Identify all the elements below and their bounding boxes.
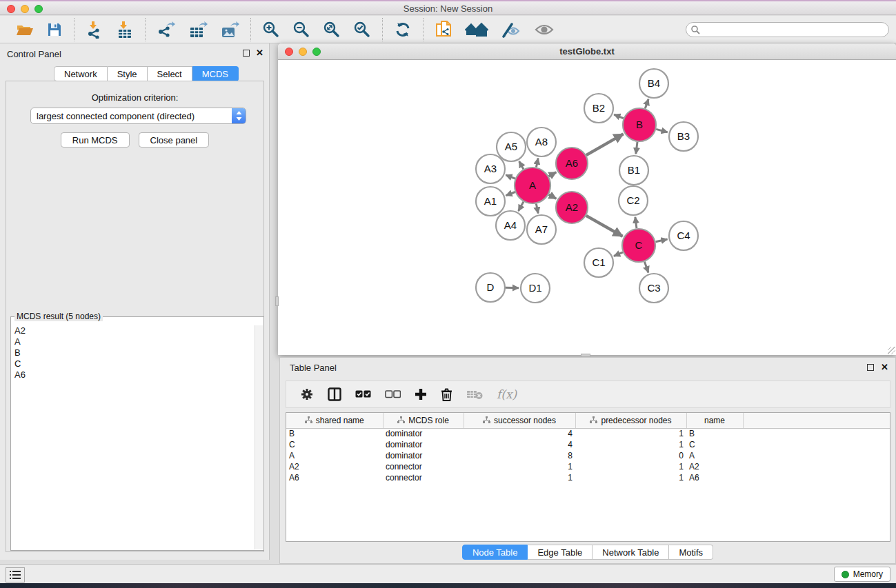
network-graph[interactable]: AA1A2A3A4A5A6A7A8BB1B2B3B4CC1C2C3C4DD1 [279,60,895,354]
graph-node-C1[interactable]: C1 [584,248,613,277]
import-table-button[interactable] [110,19,140,41]
tab-network-table[interactable]: Network Table [593,545,669,560]
show-all-button[interactable] [528,19,561,41]
run-mcds-button[interactable]: Run MCDS [61,132,130,148]
column-header-successor-nodes[interactable]: successor nodes [464,413,575,428]
edge-A-A5[interactable] [519,161,524,169]
export-image-button[interactable] [214,19,246,41]
resize-grip-icon[interactable] [888,347,895,354]
graph-node-B1[interactable]: B1 [619,156,648,185]
edge-A-A8[interactable] [536,159,538,168]
graph-node-B[interactable]: B [623,108,656,141]
edge-C-C1[interactable] [614,252,623,256]
mcds-result-item[interactable]: A2 [14,325,254,336]
tab-style[interactable]: Style [108,66,148,81]
graph-node-A8[interactable]: A8 [527,128,556,156]
first-neighbors-button[interactable] [459,19,495,41]
edge-A-A4[interactable] [519,202,524,211]
tab-motifs[interactable]: Motifs [669,545,713,560]
optimization-criterion-select[interactable]: largest connected component (directed) [30,108,246,124]
show-column-button[interactable] [321,383,348,405]
graph-node-B4[interactable]: B4 [639,69,668,98]
edge-A-A1[interactable] [506,192,515,196]
table-row[interactable]: A2connector11A2 [286,461,890,472]
edge-B-B3[interactable] [656,129,668,132]
select-all-button[interactable] [348,383,378,405]
graph-node-B3[interactable]: B3 [669,122,698,151]
refresh-button[interactable] [388,19,418,41]
function-builder-button[interactable]: f(x) [490,383,524,405]
vertical-splitter-handle[interactable] [275,296,279,306]
graph-node-C3[interactable]: C3 [639,274,668,303]
table-options-button[interactable] [293,383,321,405]
search-input[interactable] [700,23,888,36]
deselect-all-button[interactable] [378,383,408,405]
export-table-button[interactable] [182,19,214,41]
graph-node-A4[interactable]: A4 [496,211,525,240]
column-header-name[interactable]: name [686,413,743,428]
graph-node-D[interactable]: D [476,273,505,302]
tab-edge-table[interactable]: Edge Table [528,545,593,560]
float-table-panel-icon[interactable] [867,364,874,371]
edge-B-B4[interactable] [645,99,648,109]
delete-row-button[interactable] [434,383,459,405]
float-panel-icon[interactable] [243,50,250,57]
result-scrollbar[interactable] [255,325,263,549]
network-canvas[interactable]: AA1A2A3A4A5A6A7A8BB1B2B3B4CC1C2C3C4DD1 [279,60,895,354]
close-panel-icon[interactable]: ✕ [256,49,263,57]
table-row[interactable]: Adominator80A [286,450,890,461]
graph-node-A5[interactable]: A5 [497,132,526,161]
table-row[interactable]: A6connector11A6 [286,472,890,483]
delete-table-button[interactable] [459,383,490,405]
edge-A6-B[interactable] [586,134,624,155]
clone-network-button[interactable] [428,19,459,41]
add-row-button[interactable] [408,383,434,405]
open-file-button[interactable] [10,19,40,41]
zoom-in-button[interactable] [256,19,286,41]
edge-A2-C[interactable] [586,216,623,236]
edge-A-A2[interactable] [549,194,557,199]
close-table-panel-icon[interactable]: ✕ [881,363,888,372]
zoom-selected-button[interactable] [347,19,377,41]
column-header-mcds-role[interactable]: MCDS role [383,413,464,428]
graph-node-A6[interactable]: A6 [556,148,588,179]
save-session-button[interactable] [40,19,69,41]
graph-node-C[interactable]: C [622,229,655,262]
graph-node-A7[interactable]: A7 [527,215,556,244]
mcds-result-item[interactable]: A [14,336,254,347]
import-network-button[interactable] [79,19,110,41]
hide-selected-button[interactable] [495,19,528,41]
table-row[interactable]: Bdominator41B [286,428,890,439]
edge-B-B1[interactable] [636,142,637,154]
graph-node-B2[interactable]: B2 [584,94,613,123]
edge-A-A7[interactable] [536,203,538,213]
edge-B-B2[interactable] [614,114,624,119]
graph-node-A3[interactable]: A3 [476,154,505,183]
graph-node-A1[interactable]: A1 [476,187,505,216]
table-row[interactable]: Cdominator41C [286,439,890,450]
edge-C-C2[interactable] [635,217,637,228]
graph-node-C4[interactable]: C4 [669,221,698,250]
zoom-out-button[interactable] [286,19,317,41]
mcds-result-item[interactable]: B [14,347,254,358]
column-header-shared-name[interactable]: shared name [286,413,383,428]
task-history-button[interactable] [6,567,25,582]
graph-node-A[interactable]: A [515,168,550,203]
memory-button[interactable]: Memory [834,567,890,582]
graph-node-D1[interactable]: D1 [521,274,550,303]
graph-node-A2[interactable]: A2 [556,192,588,223]
edge-A-A3[interactable] [506,175,515,179]
mcds-result-item[interactable]: C [14,358,254,369]
edge-C-C3[interactable] [644,262,648,273]
tab-mcds[interactable]: MCDS [192,66,239,81]
tab-network[interactable]: Network [54,66,108,81]
tab-select[interactable]: Select [148,66,192,81]
column-header-predecessor-nodes[interactable]: predecessor nodes [575,413,686,428]
edge-A-A6[interactable] [549,172,557,176]
export-network-button[interactable] [150,19,182,41]
graph-node-C2[interactable]: C2 [619,186,648,215]
zoom-fit-button[interactable] [317,19,347,41]
network-window-titlebar[interactable]: testGlobe.txt [278,43,896,60]
tab-node-table[interactable]: Node Table [462,545,528,560]
mcds-result-item[interactable]: A6 [14,369,254,381]
